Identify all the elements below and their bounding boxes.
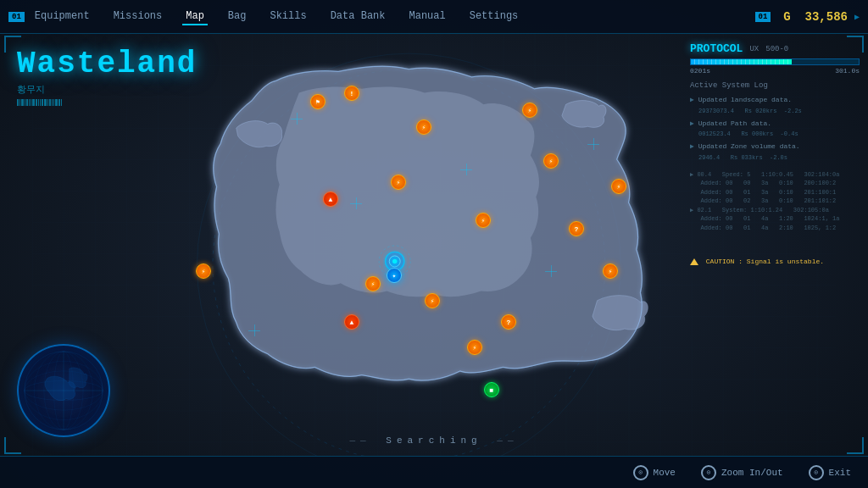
searching-label: Searching <box>345 435 522 446</box>
protocol-header: PROTOCOL UX 500-0 <box>690 42 860 55</box>
control-hint-zoom: ⊙ Zoom In/Out <box>701 465 783 480</box>
protocol-panel: PROTOCOL UX 500-0 0201s 301.0s Active Sy… <box>690 42 860 265</box>
log-entry-2: ▶ Updated Path data. 0012523.4 Rs 000krs… <box>690 119 860 141</box>
nav-badge-left: 01 <box>8 12 25 22</box>
map-barcode <box>17 99 197 106</box>
nav-badge-right: 01 <box>755 12 771 22</box>
corner-decoration-br <box>847 437 864 454</box>
protocol-val-left: 0201s <box>690 67 710 75</box>
corner-decoration-tl <box>4 36 21 53</box>
globe-grid-svg <box>19 346 108 435</box>
corner-decoration-tr <box>847 36 864 53</box>
caution-icon <box>690 258 698 265</box>
move-button-icon[interactable]: ⊙ <box>633 465 648 480</box>
data-block: ▶ 00.4 Speed: 5 1:10:0.45 302:104:0a Add… <box>690 170 860 233</box>
protocol-label: PROTOCOL <box>690 42 743 55</box>
gold-display: G 33,586 <box>783 10 848 24</box>
nav-item-manual[interactable]: Manual <box>405 8 448 25</box>
protocol-sub1: UX <box>749 45 759 53</box>
protocol-bar-container <box>690 58 860 65</box>
log-entry-1: ▶ Updated landscape data. 29373073.4 Rs … <box>690 95 860 117</box>
gold-arrow-icon: ▶ <box>854 12 860 22</box>
protocol-bar-fill <box>691 59 792 64</box>
map-title-korean: 황무지 <box>17 83 197 96</box>
map-title-area: Wasteland 황무지 <box>17 47 197 106</box>
nav-item-settings[interactable]: Settings <box>466 8 522 25</box>
globe-radar <box>17 344 110 437</box>
control-hint-exit: ⊙ Exit <box>809 465 851 480</box>
exit-button-icon[interactable]: ⊙ <box>809 465 824 480</box>
exit-label: Exit <box>829 468 851 478</box>
protocol-sub2: 500-0 <box>765 45 788 53</box>
caution-text: CAUTION : Signal is unstable. <box>690 258 860 265</box>
nav-item-skills[interactable]: Skills <box>266 8 309 25</box>
nav-item-databank[interactable]: Data Bank <box>327 8 389 25</box>
zoom-button-icon[interactable]: ⊙ <box>701 465 716 480</box>
svg-point-5 <box>392 259 398 264</box>
nav-items: Equipment Missions Map Bag Skills Data B… <box>31 8 755 25</box>
nav-item-equipment[interactable]: Equipment <box>31 8 93 25</box>
active-log-title: Active System Log <box>690 81 860 90</box>
nav-item-map[interactable]: Map <box>182 8 208 25</box>
zoom-label: Zoom In/Out <box>721 468 783 478</box>
corner-decoration-bl <box>4 437 21 454</box>
bottom-bar: ⊙ Move ⊙ Zoom In/Out ⊙ Exit <box>0 456 868 488</box>
map-title: Wasteland <box>17 47 197 81</box>
protocol-val-right: 301.0s <box>835 67 860 75</box>
top-nav: 01 Equipment Missions Map Bag Skills Dat… <box>0 0 868 34</box>
control-hint-move: ⊙ Move <box>633 465 676 480</box>
log-entry-3: ▶ Updated Zone volume data. 2946.4 Rs 03… <box>690 141 860 164</box>
nav-item-bag[interactable]: Bag <box>225 8 250 25</box>
protocol-values: 0201s 301.0s <box>690 67 860 75</box>
nav-item-missions[interactable]: Missions <box>110 8 166 25</box>
move-label: Move <box>654 468 676 478</box>
